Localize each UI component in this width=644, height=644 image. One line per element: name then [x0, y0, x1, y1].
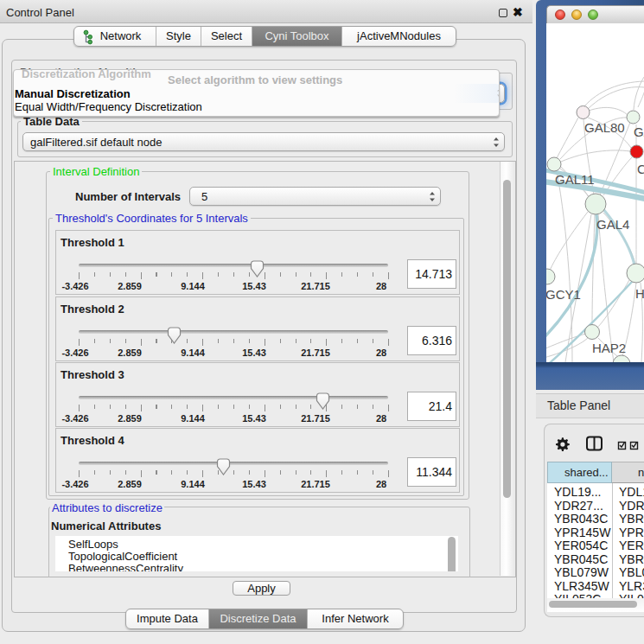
svg-text:C: C [637, 162, 644, 176]
svg-text:GA: GA [634, 124, 644, 139]
svg-text:GAL80: GAL80 [584, 120, 625, 135]
svg-text:HAP2: HAP2 [592, 341, 626, 355]
svg-text:H: H [635, 286, 644, 301]
svg-text:GAL4: GAL4 [596, 217, 629, 232]
svg-text:GCY1: GCY1 [546, 287, 581, 302]
svg-text:GAL11: GAL11 [555, 172, 595, 187]
